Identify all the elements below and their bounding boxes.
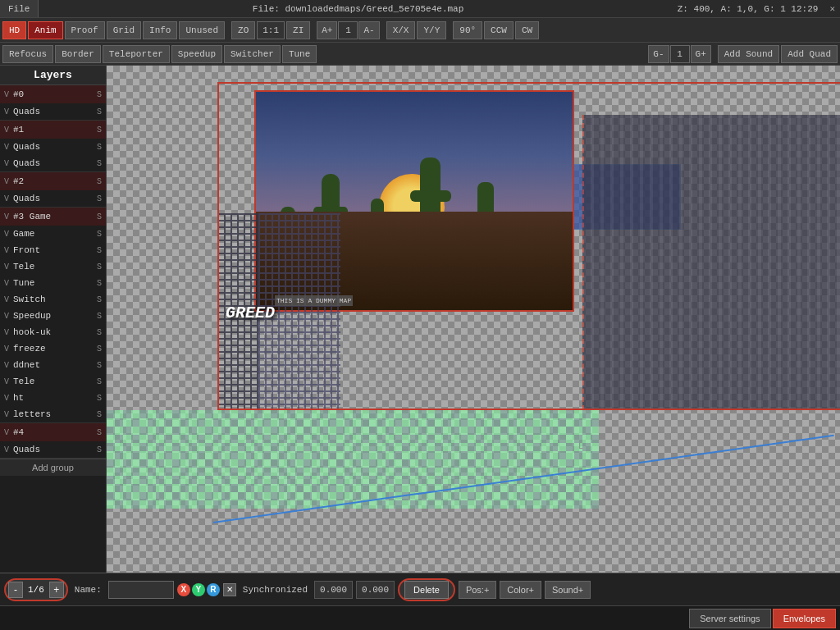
layer-quads-2[interactable]: V Quads S (0, 190, 106, 207)
proof-button[interactable]: Proof (65, 21, 105, 39)
group-v-0: V (2, 90, 11, 99)
g-controls: G- 1 G+ (648, 45, 710, 63)
unused-button[interactable]: Unused (179, 21, 225, 39)
add-sound-button[interactable]: Add Sound (718, 45, 779, 63)
close-x-button[interactable]: ✕ (223, 583, 236, 596)
counter-value: 1/6 (25, 585, 48, 595)
name-input[interactable] (108, 581, 174, 599)
pos-button[interactable]: Pos:+ (459, 581, 496, 599)
a-plus-button[interactable]: A+ (317, 21, 337, 39)
zi-button[interactable]: ZI (286, 21, 310, 39)
grid-button[interactable]: Grid (107, 21, 141, 39)
group-header-3[interactable]: V #3 Game S (0, 208, 106, 226)
group-header-1[interactable]: V #1 S (0, 121, 106, 139)
color-button[interactable]: Color+ (500, 581, 541, 599)
teleporter-button[interactable]: Teleporter (103, 45, 170, 63)
layer-group-2: V #2 S V Quads S (0, 172, 106, 208)
hd-button[interactable]: HD (2, 21, 26, 39)
counter-plus-button[interactable]: + (49, 582, 64, 598)
counter-minus-button[interactable]: - (8, 582, 23, 598)
border-button[interactable]: Border (55, 45, 101, 63)
a-value-display: 1 (338, 21, 358, 39)
a-minus-button[interactable]: A- (358, 21, 379, 39)
x-button[interactable]: X (177, 583, 190, 596)
file-menu[interactable]: File (0, 0, 39, 17)
group-name-0: #0 (11, 89, 94, 99)
group-header-0[interactable]: V #0 S (0, 85, 106, 103)
yy-button[interactable]: Y/Y (417, 21, 446, 39)
toolbar-row2: Refocus Border Teleporter Speedup Switch… (0, 43, 840, 66)
layer-speedup[interactable]: VSpeedupS (0, 308, 106, 324)
coords-display: Z: 400, A: 1,0, G: 1 12:29 (678, 4, 825, 14)
r-button[interactable]: R (207, 583, 220, 596)
a-controls: A+ 1 A- (317, 21, 379, 39)
group-header-2[interactable]: V #2 S (0, 172, 106, 190)
delete-button[interactable]: Delete (404, 581, 449, 599)
file-menu-label: File (8, 4, 30, 14)
map-floor (107, 410, 599, 509)
zoom-level-display: 1:1 (257, 21, 285, 39)
name-label: Name: (71, 585, 105, 595)
layer-group-0: V #0 S V Quads S (0, 85, 106, 121)
layer-ddnet[interactable]: VddnetS (0, 357, 106, 373)
layer-group-3: V #3 Game S VGameS VFrontS VTeleS VTuneS… (0, 208, 106, 423)
xyz-controls: X Y R (177, 583, 220, 596)
map-buildings-right (582, 115, 840, 410)
layer-hook-uk[interactable]: Vhook-ukS (0, 324, 106, 340)
coord1-display: 0.000 (314, 581, 353, 599)
g-value-display: 1 (670, 45, 690, 63)
layer-quads-1b[interactable]: V Quads S (0, 155, 106, 171)
sound-button[interactable]: Sound+ (545, 581, 591, 599)
layer-game[interactable]: VGameS (0, 226, 106, 242)
switcher-button[interactable]: Switcher (224, 45, 281, 63)
file-title: File: downloadedmaps/Greed_5e705e4e.map (39, 4, 677, 14)
layer-front[interactable]: VFrontS (0, 242, 106, 258)
l-label: L (578, 442, 583, 451)
coord2-display: 0.000 (356, 581, 395, 599)
ccw-button[interactable]: CCW (484, 21, 514, 39)
server-settings-button[interactable]: Server settings (689, 609, 770, 628)
envelopes-button[interactable]: Envelopes (773, 609, 836, 628)
map-greed-text: GREED (226, 304, 275, 322)
map-dummy-text: THIS IS A DUMMY MAP (275, 295, 353, 306)
delete-wrapper: Delete (398, 578, 455, 601)
add-quad-button[interactable]: Add Quad (781, 45, 838, 63)
main-area: Layers V #0 S V Quads S V #1 S V Qua (0, 66, 840, 573)
layer-quads-1a[interactable]: V Quads S (0, 139, 106, 155)
layer-group-1: V #1 S V Quads S V Quads S (0, 121, 106, 172)
layer-tele2[interactable]: VTeleS (0, 373, 106, 390)
layer-quads-4[interactable]: V Quads S (0, 441, 106, 458)
refocus-button[interactable]: Refocus (2, 45, 53, 63)
xx-button[interactable]: X/X (386, 21, 416, 39)
layer-group-4: V #4 S V Quads S (0, 423, 106, 459)
layer-tune[interactable]: VTuneS (0, 275, 106, 291)
layer-switch[interactable]: VSwitchS (0, 291, 106, 308)
info-button[interactable]: Info (143, 21, 177, 39)
cactus-arm-4 (410, 190, 451, 202)
quad-counter: - 1/6 + (4, 578, 68, 601)
speedup-button[interactable]: Speedup (171, 45, 222, 63)
canvas-area[interactable]: GREED THIS IS A DUMMY MAP L (107, 66, 840, 573)
g-plus-button[interactable]: G+ (691, 45, 711, 63)
group-header-4[interactable]: V #4 S (0, 423, 106, 441)
bottom-bar: Server settings Envelopes (0, 605, 840, 630)
zo-button[interactable]: ZO (231, 21, 255, 39)
layer-tele[interactable]: VTeleS (0, 258, 106, 275)
cw-button[interactable]: CW (515, 21, 539, 39)
layer-ht[interactable]: VhtS (0, 390, 106, 406)
layers-header: Layers (0, 66, 106, 85)
g-minus-button[interactable]: G- (648, 45, 669, 63)
toolbar-row1: HD Anim Proof Grid Info Unused ZO 1:1 ZI… (0, 18, 840, 43)
layer-freeze[interactable]: VfreezeS (0, 340, 106, 357)
y-button[interactable]: Y (192, 583, 205, 596)
add-group-button[interactable]: Add group (0, 459, 106, 476)
statusbar: - 1/6 + Name: X Y R ✕ Synchronized 0.000… (0, 573, 840, 605)
tune-button[interactable]: Tune (282, 45, 317, 63)
layer-letters[interactable]: VlettersS (0, 406, 106, 422)
angle-button[interactable]: 90° (453, 21, 482, 39)
group-s-0: S (94, 90, 104, 99)
layer-quads-0[interactable]: V Quads S (0, 103, 106, 120)
close-button[interactable]: ✕ (824, 3, 840, 14)
sidebar: Layers V #0 S V Quads S V #1 S V Qua (0, 66, 107, 573)
anim-button[interactable]: Anim (28, 21, 62, 39)
